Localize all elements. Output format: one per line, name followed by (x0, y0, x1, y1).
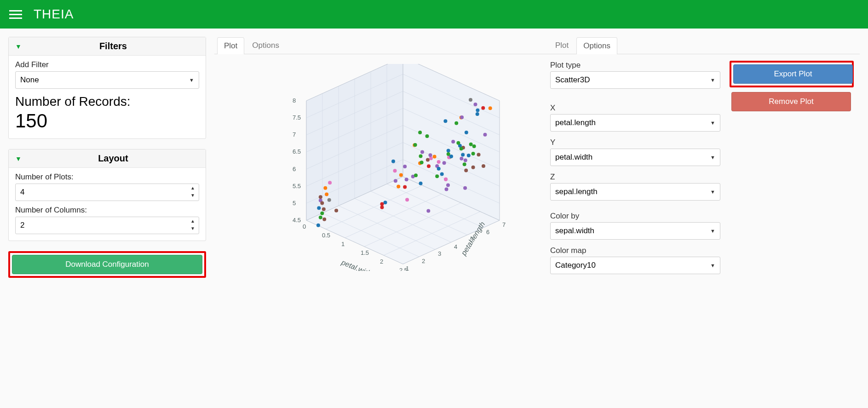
svg-text:3: 3 (438, 250, 441, 257)
x-select[interactable]: petal.length (550, 114, 720, 132)
svg-point-117 (426, 209, 430, 213)
svg-text:2: 2 (380, 258, 383, 265)
plot-tabs: Plot Options (214, 37, 546, 54)
filters-title: Filters (27, 41, 199, 52)
svg-text:4: 4 (454, 243, 457, 250)
svg-point-87 (425, 134, 429, 138)
app-title: THEIA (34, 7, 74, 22)
svg-point-89 (420, 150, 424, 154)
svg-point-127 (447, 149, 450, 153)
svg-text:7.5: 7.5 (293, 114, 301, 121)
svg-text:8: 8 (293, 97, 296, 104)
svg-point-129 (489, 106, 492, 110)
colormap-label: Color map (550, 246, 720, 255)
colormap-select[interactable]: Category10 (550, 257, 720, 274)
svg-point-138 (437, 167, 441, 171)
svg-point-102 (393, 169, 397, 172)
spin-down-icon[interactable]: ▼ (190, 192, 196, 199)
svg-point-139 (460, 157, 463, 161)
svg-point-85 (418, 131, 422, 134)
filters-panel: ▼ Filters Add Filter None Number of Reco… (8, 37, 206, 139)
menu-icon[interactable] (9, 8, 22, 21)
svg-point-110 (405, 178, 408, 181)
opts-tabs: Plot Options (546, 37, 860, 54)
main-layout: ▼ Filters Add Filter None Number of Reco… (0, 29, 868, 289)
svg-point-147 (471, 166, 475, 169)
svg-point-104 (435, 174, 439, 178)
topbar: THEIA (0, 0, 868, 29)
svg-point-74 (319, 216, 322, 219)
svg-text:0.5: 0.5 (322, 232, 330, 239)
svg-text:7: 7 (502, 221, 506, 228)
y-select[interactable]: petal.width (550, 149, 720, 166)
add-filter-value: None (20, 75, 39, 85)
svg-point-78 (316, 224, 320, 227)
chevron-down-icon: ▼ (15, 155, 22, 162)
svg-point-126 (463, 162, 466, 166)
svg-point-108 (399, 173, 403, 177)
svg-point-96 (414, 173, 418, 177)
remove-plot-button[interactable]: Remove Plot (731, 92, 851, 111)
svg-point-142 (469, 98, 472, 102)
svg-point-83 (334, 209, 338, 213)
svg-point-105 (403, 165, 407, 168)
z-select[interactable]: sepal.length (550, 183, 720, 201)
svg-point-101 (419, 182, 423, 185)
svg-text:6: 6 (293, 166, 296, 172)
x-label: X (550, 103, 720, 113)
svg-point-75 (323, 186, 327, 190)
svg-point-158 (464, 168, 468, 172)
svg-point-80 (328, 181, 332, 184)
layout-header[interactable]: ▼ Layout (9, 149, 206, 168)
spin-up-icon[interactable]: ▲ (190, 218, 196, 224)
num-plots-label: Number of Plots: (15, 172, 199, 182)
svg-point-154 (477, 153, 481, 156)
num-plots-input[interactable]: 4 ▲▼ (15, 184, 199, 201)
svg-point-145 (433, 155, 437, 159)
svg-point-107 (420, 161, 424, 164)
svg-point-116 (476, 109, 479, 112)
svg-text:1: 1 (406, 265, 409, 271)
svg-text:5.5: 5.5 (293, 183, 301, 190)
spin-down-icon[interactable]: ▼ (190, 225, 196, 232)
svg-point-136 (454, 121, 458, 125)
plot-area: 4.555.566.577.5800.511.522.51234567petal… (214, 54, 546, 281)
svg-text:5: 5 (293, 200, 296, 207)
tab-options-left[interactable]: Options (245, 37, 286, 54)
layout-panel: ▼ Layout Number of Plots: 4 ▲▼ Number of… (8, 149, 206, 241)
tab-plot-left[interactable]: Plot (217, 37, 244, 54)
svg-point-133 (474, 103, 477, 106)
svg-point-86 (419, 154, 423, 158)
filters-header[interactable]: ▼ Filters (9, 37, 206, 56)
spin-up-icon[interactable]: ▲ (190, 185, 196, 191)
add-filter-select[interactable]: None (15, 71, 199, 89)
colorby-select[interactable]: sepal.width (550, 222, 720, 240)
svg-point-119 (451, 140, 455, 144)
svg-point-77 (320, 201, 324, 205)
svg-text:7: 7 (293, 131, 296, 138)
svg-point-115 (467, 154, 471, 157)
svg-point-113 (465, 131, 468, 134)
svg-point-92 (380, 206, 384, 209)
scatter3d-chart[interactable]: 4.555.566.577.5800.511.522.51234567petal… (251, 64, 509, 271)
records-label: Number of Records: (15, 94, 199, 109)
svg-point-82 (322, 207, 326, 211)
svg-point-146 (476, 112, 479, 116)
options-column: Plot Options Plot type Scatter3D X petal… (546, 37, 860, 281)
svg-point-159 (440, 172, 444, 176)
download-config-button[interactable]: Download Configuration (12, 255, 202, 274)
tab-options-right[interactable]: Options (576, 37, 617, 54)
svg-point-73 (320, 212, 324, 215)
svg-point-155 (461, 153, 465, 156)
svg-point-88 (403, 185, 407, 189)
plot-type-select[interactable]: Scatter3D (550, 71, 720, 89)
svg-point-150 (471, 152, 475, 155)
num-plots-value: 4 (20, 188, 24, 197)
svg-point-131 (469, 143, 473, 146)
tab-plot-right[interactable]: Plot (548, 37, 575, 54)
num-cols-input[interactable]: 2 ▲▼ (15, 217, 199, 234)
svg-point-144 (429, 153, 432, 157)
svg-point-97 (391, 160, 395, 163)
export-plot-button[interactable]: Export Plot (733, 64, 853, 84)
svg-text:4.5: 4.5 (293, 217, 301, 224)
